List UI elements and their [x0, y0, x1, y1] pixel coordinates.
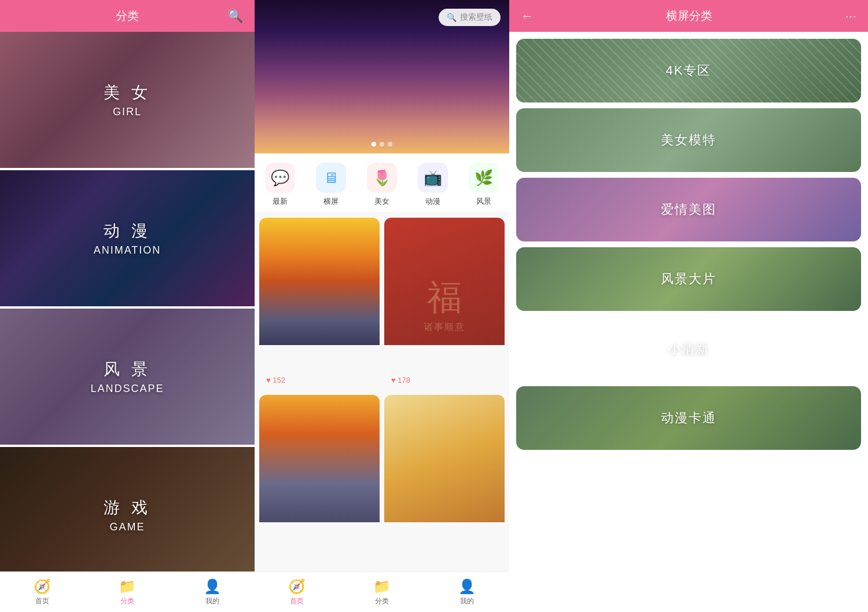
- category-en-0: GIRL: [113, 106, 142, 118]
- nav-label-0: 首页: [35, 596, 49, 606]
- right-cat-0[interactable]: 4K专区: [516, 39, 861, 102]
- left-nav-分类[interactable]: 📁 分类: [119, 578, 136, 606]
- middle-bottom-nav: 🧭 首页 📁 分类 👤 我的: [255, 571, 509, 612]
- mid-cat-label-4: 风景: [476, 196, 491, 207]
- card-likes-1: ♥ 178: [391, 376, 410, 384]
- mid-cat-3[interactable]: 📺 动漫: [418, 163, 448, 207]
- left-panel: 分类 🔍 美 女 GIRL 动 漫 ANIMATION 风 景 LANDSCAP…: [0, 0, 255, 612]
- mid-cat-2[interactable]: 🌷 美女: [367, 163, 397, 207]
- left-category-item[interactable]: 风 景 LANDSCAPE: [0, 309, 255, 445]
- nav-icon-0: 🧭: [34, 578, 51, 595]
- mid-nav-首页[interactable]: 🧭 首页: [288, 578, 306, 606]
- category-overlay-1: 动 漫 ANIMATION: [0, 170, 255, 306]
- grid-card-3[interactable]: [384, 395, 505, 567]
- rc-overlay-4: [516, 317, 861, 380]
- category-overlay-3: 游 戏 GAME: [0, 447, 255, 571]
- search-text: 搜索壁纸: [460, 12, 492, 23]
- mid-nav-icon-0: 🧭: [288, 578, 306, 595]
- left-category-item[interactable]: 美 女 GIRL: [0, 32, 255, 168]
- mid-nav-分类[interactable]: 📁 分类: [373, 578, 391, 606]
- rc-overlay-2: [516, 178, 861, 241]
- nav-icon-2: 👤: [204, 578, 221, 595]
- mid-nav-icon-2: 👤: [458, 578, 476, 595]
- mid-cat-1[interactable]: 🖥 横屏: [316, 163, 346, 207]
- right-title: 横屏分类: [543, 8, 836, 24]
- category-en-1: ANIMATION: [94, 244, 161, 256]
- mid-cat-label-1: 横屏: [323, 196, 339, 207]
- middle-panel: 🔍 搜索壁纸 💬 最新 🖥 横屏 🌷 美女 📺 动漫 🌿 风景: [255, 0, 509, 612]
- nav-label-1: 分类: [120, 596, 134, 606]
- mid-cat-icon-0: 💬: [265, 163, 295, 193]
- search-icon: 🔍: [447, 13, 457, 22]
- right-category-list: 4K专区 美女模特 爱情美图 风景大片 小清新 动漫卡通: [509, 32, 868, 612]
- mid-nav-icon-1: 📁: [373, 578, 391, 595]
- card-img-3: [384, 395, 505, 522]
- category-cn-1: 动 漫: [104, 220, 151, 242]
- banner-dots: [372, 142, 392, 146]
- mid-cat-0[interactable]: 💬 最新: [265, 163, 295, 207]
- left-categories: 美 女 GIRL 动 漫 ANIMATION 风 景 LANDSCAPE 游 戏…: [0, 32, 255, 571]
- nav-label-2: 我的: [205, 596, 219, 606]
- right-panel: ← 横屏分类 ⋯ 4K专区 美女模特 爱情美图 风景大片 小清新 动漫卡通: [509, 0, 868, 612]
- dot-2[interactable]: [380, 142, 384, 146]
- category-overlay-0: 美 女 GIRL: [0, 32, 255, 168]
- mid-cat-icon-3: 📺: [418, 163, 448, 193]
- dot-1[interactable]: [372, 142, 376, 146]
- category-cn-2: 风 景: [104, 358, 151, 380]
- mid-cat-icon-1: 🖥: [316, 163, 346, 193]
- category-overlay-2: 风 景 LANDSCAPE: [0, 309, 255, 445]
- search-icon[interactable]: 🔍: [227, 9, 243, 24]
- hero-banner[interactable]: 🔍 搜索壁纸: [255, 0, 509, 153]
- left-header: 分类 🔍: [0, 0, 255, 32]
- right-cat-5[interactable]: 动漫卡通: [516, 386, 861, 450]
- category-cn-0: 美 女: [104, 82, 151, 104]
- category-cn-3: 游 戏: [104, 497, 151, 519]
- dot-3[interactable]: [388, 142, 392, 146]
- back-button[interactable]: ←: [521, 9, 534, 24]
- mid-cat-icon-4: 🌿: [469, 163, 499, 193]
- card-img-2: [259, 395, 380, 522]
- middle-categories-row: 💬 最新 🖥 横屏 🌷 美女 📺 动漫 🌿 风景: [255, 153, 509, 213]
- grid-card-2[interactable]: [259, 395, 380, 567]
- rc-overlay-5: [516, 386, 861, 450]
- mid-nav-我的[interactable]: 👤 我的: [458, 578, 476, 606]
- more-icon[interactable]: ⋯: [845, 9, 856, 23]
- mid-cat-icon-2: 🌷: [367, 163, 397, 193]
- card-img-1: 福 诸事顺意: [384, 218, 505, 345]
- right-header: ← 横屏分类 ⋯: [509, 0, 868, 32]
- rc-overlay-0: [516, 39, 861, 102]
- left-nav-首页[interactable]: 🧭 首页: [34, 578, 51, 606]
- left-title: 分类: [116, 8, 139, 24]
- right-cat-4[interactable]: 小清新: [516, 317, 861, 380]
- search-bar[interactable]: 🔍 搜索壁纸: [439, 9, 501, 26]
- mid-nav-label-2: 我的: [460, 596, 474, 606]
- left-bottom-nav: 🧭 首页 📁 分类 👤 我的: [0, 571, 255, 612]
- card-img-0: [259, 218, 380, 345]
- mid-nav-label-0: 首页: [290, 596, 304, 606]
- mid-cat-label-3: 动漫: [425, 196, 440, 207]
- card-likes-0: ♥ 152: [266, 376, 285, 384]
- mid-nav-label-1: 分类: [375, 596, 389, 606]
- right-cat-1[interactable]: 美女模特: [516, 108, 861, 172]
- grid-card-1[interactable]: 福 诸事顺意 ♥ 178: [384, 218, 505, 390]
- category-en-3: GAME: [109, 521, 145, 533]
- nav-icon-1: 📁: [119, 578, 136, 595]
- mid-cat-label-0: 最新: [273, 196, 288, 207]
- left-category-item[interactable]: 动 漫 ANIMATION: [0, 170, 255, 306]
- category-en-2: LANDSCAPE: [90, 383, 164, 395]
- left-nav-我的[interactable]: 👤 我的: [204, 578, 221, 606]
- mid-cat-label-2: 美女: [374, 196, 389, 207]
- rc-overlay-3: [516, 247, 861, 311]
- mid-cat-4[interactable]: 🌿 风景: [469, 163, 499, 207]
- rc-overlay-1: [516, 108, 861, 172]
- right-cat-2[interactable]: 爱情美图: [516, 178, 861, 241]
- left-category-item[interactable]: 游 戏 GAME: [0, 447, 255, 571]
- grid-card-0[interactable]: ♥ 152: [259, 218, 380, 390]
- middle-grid: ♥ 152 福 诸事顺意 ♥ 178: [255, 213, 509, 571]
- right-cat-3[interactable]: 风景大片: [516, 247, 861, 311]
